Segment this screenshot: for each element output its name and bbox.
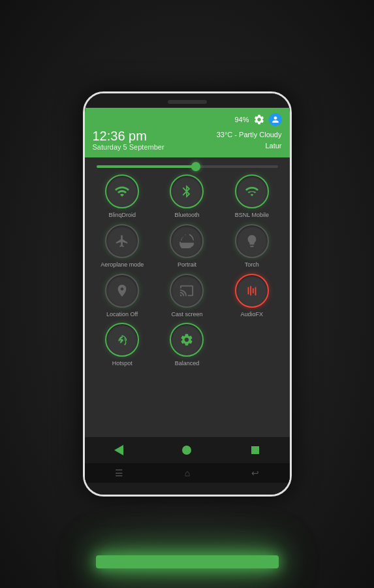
- balanced-circle: [170, 323, 204, 357]
- toggle-torch[interactable]: Torch: [222, 224, 281, 269]
- toggle-balanced[interactable]: Balanced: [157, 323, 217, 367]
- aeroplane-circle: [105, 224, 139, 258]
- audiofx-circle: [235, 274, 269, 308]
- speaker: [168, 100, 207, 104]
- main-content: BlinqDroid Bluetooth: [85, 157, 290, 437]
- user-icon[interactable]: [269, 113, 282, 126]
- menu-icon[interactable]: ☰: [115, 468, 123, 478]
- home-icon: [182, 446, 191, 455]
- weather-info: 33°C - Partly Cloudy Latur: [217, 129, 282, 151]
- hotspot-circle: [105, 323, 139, 357]
- weather-location: Latur: [217, 140, 282, 152]
- slider-thumb: [191, 162, 200, 171]
- phone-bottom: [85, 483, 290, 495]
- time-display: 12:36 pm: [93, 129, 164, 143]
- blinqdroid-circle: [105, 174, 139, 208]
- back-nav[interactable]: [111, 442, 127, 458]
- location-circle: [105, 274, 139, 308]
- recent-nav[interactable]: [247, 442, 263, 458]
- toggle-bsnl[interactable]: BSNL Mobile: [222, 174, 281, 219]
- brightness-row: [90, 165, 285, 168]
- cast-circle: [170, 274, 204, 308]
- toggle-blinqdroid[interactable]: BlinqDroid: [93, 174, 152, 219]
- toggle-cast[interactable]: Cast screen: [157, 274, 217, 318]
- glow-bar: [96, 555, 279, 568]
- toggle-bluetooth[interactable]: Bluetooth: [157, 174, 217, 219]
- date-display: Saturday 5 September: [93, 143, 164, 151]
- bsnl-label: BSNL Mobile: [235, 212, 269, 219]
- home-bar: ☰ ⌂ ↩: [85, 463, 290, 483]
- portrait-label: Portrait: [178, 261, 196, 269]
- portrait-circle: [170, 224, 204, 258]
- location-label: Location Off: [106, 311, 138, 318]
- bluetooth-circle: [170, 174, 204, 208]
- bluetooth-label: Bluetooth: [174, 212, 199, 219]
- toggle-hotspot[interactable]: Hotspot: [93, 323, 152, 367]
- home-btn-icon[interactable]: ⌂: [185, 468, 190, 478]
- bsnl-circle: [235, 174, 269, 208]
- toggle-location[interactable]: Location Off: [93, 274, 152, 318]
- torch-circle: [235, 224, 269, 258]
- balanced-label: Balanced: [175, 360, 200, 367]
- toggle-grid: BlinqDroid Bluetooth: [90, 174, 285, 367]
- blinqdroid-label: BlinqDroid: [108, 212, 136, 219]
- slider-fill: [97, 165, 196, 168]
- battery-text: 94%: [234, 116, 249, 123]
- phone-frame: 94% 12:36 pm Saturday 5 September: [83, 91, 292, 497]
- cast-label: Cast screen: [171, 311, 202, 318]
- aeroplane-label: Aeroplane mode: [101, 261, 144, 269]
- recent-icon: [251, 446, 259, 454]
- back-icon: [114, 445, 123, 455]
- home-nav[interactable]: [179, 442, 195, 458]
- phone-top: [85, 93, 290, 108]
- audiofx-label: AudioFX: [241, 311, 264, 318]
- toggle-portrait[interactable]: Portrait: [157, 224, 217, 269]
- brightness-slider[interactable]: [97, 165, 278, 168]
- hotspot-label: Hotspot: [112, 360, 132, 367]
- status-bar: 94% 12:36 pm Saturday 5 September: [85, 108, 290, 157]
- toggle-aeroplane[interactable]: Aeroplane mode: [93, 224, 152, 269]
- settings-icon[interactable]: [253, 114, 265, 125]
- nav-bar: [85, 437, 290, 463]
- screen: 94% 12:36 pm Saturday 5 September: [85, 108, 290, 483]
- time-date: 12:36 pm Saturday 5 September: [93, 129, 164, 151]
- weather-temp: 33°C - Partly Cloudy: [217, 129, 282, 140]
- toggle-audiofx[interactable]: AudioFX: [222, 274, 281, 318]
- back-btn-icon[interactable]: ↩: [251, 468, 259, 478]
- torch-label: Torch: [245, 261, 259, 269]
